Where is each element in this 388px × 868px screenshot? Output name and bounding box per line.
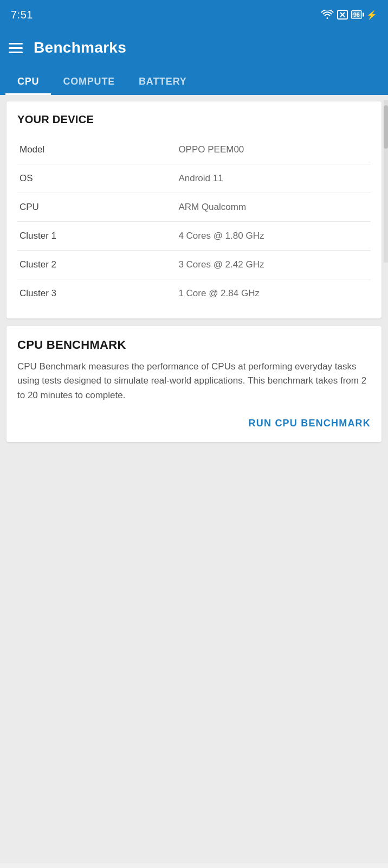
scrollbar-track[interactable] (384, 100, 388, 263)
wifi-icon (321, 10, 334, 20)
device-info-label: OS (17, 164, 176, 193)
battery-icon: 96 (351, 10, 362, 19)
charging-icon: ⚡ (366, 10, 377, 20)
run-benchmark-container: RUN CPU BENCHMARK (17, 416, 371, 431)
tab-cpu[interactable]: CPU (5, 67, 51, 95)
device-info-value: 3 Cores @ 2.42 GHz (176, 251, 371, 279)
benchmark-description: CPU Benchmark measures the performance o… (17, 360, 371, 403)
status-icons: 96 ⚡ (321, 10, 377, 20)
device-info-row: CPU ARM Qualcomm (17, 193, 371, 222)
benchmark-card-title: CPU BENCHMARK (17, 338, 371, 352)
device-info-table: Model OPPO PEEM00 OS Android 11 CPU ARM … (17, 136, 371, 308)
app-title: Benchmarks (34, 39, 126, 56)
close-box-icon (337, 10, 348, 20)
content-area: YOUR DEVICE Model OPPO PEEM00 OS Android… (0, 95, 388, 863)
device-info-row: OS Android 11 (17, 164, 371, 193)
scrollbar-thumb[interactable] (384, 105, 388, 149)
device-info-value: OPPO PEEM00 (176, 136, 371, 164)
device-info-value: ARM Qualcomm (176, 193, 371, 222)
device-info-value: 4 Cores @ 1.80 GHz (176, 222, 371, 251)
hamburger-menu-icon[interactable] (9, 43, 23, 53)
status-time: 7:51 (11, 9, 33, 21)
battery-level: 96 (353, 11, 360, 18)
device-info-value: Android 11 (176, 164, 371, 193)
device-info-value: 1 Core @ 2.84 GHz (176, 279, 371, 308)
tab-compute[interactable]: COMPUTE (51, 67, 127, 95)
device-info-row: Cluster 1 4 Cores @ 1.80 GHz (17, 222, 371, 251)
device-info-label: Model (17, 136, 176, 164)
device-info-row: Cluster 2 3 Cores @ 2.42 GHz (17, 251, 371, 279)
device-info-label: Cluster 2 (17, 251, 176, 279)
device-info-label: Cluster 3 (17, 279, 176, 308)
benchmark-card: CPU BENCHMARK CPU Benchmark measures the… (7, 326, 381, 442)
run-cpu-benchmark-button[interactable]: RUN CPU BENCHMARK (249, 416, 371, 431)
device-info-card: YOUR DEVICE Model OPPO PEEM00 OS Android… (7, 101, 381, 318)
device-info-label: Cluster 1 (17, 222, 176, 251)
tab-battery[interactable]: BATTERY (127, 67, 199, 95)
tab-bar: CPU COMPUTE BATTERY (0, 67, 388, 95)
app-bar: Benchmarks (0, 28, 388, 67)
device-info-row: Cluster 3 1 Core @ 2.84 GHz (17, 279, 371, 308)
status-bar: 7:51 96 ⚡ (0, 0, 388, 28)
device-card-title: YOUR DEVICE (17, 113, 371, 126)
device-info-row: Model OPPO PEEM00 (17, 136, 371, 164)
device-info-label: CPU (17, 193, 176, 222)
